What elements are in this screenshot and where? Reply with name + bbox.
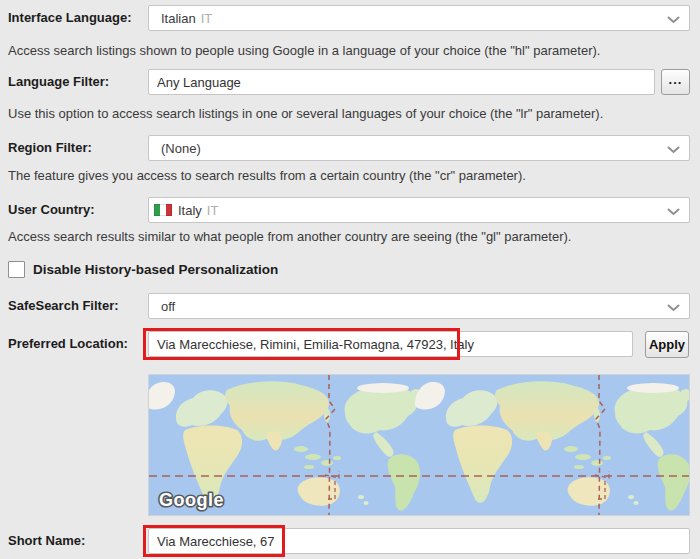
user-country-label: User Country: — [8, 197, 95, 223]
disable-personalization-checkbox[interactable] — [8, 261, 25, 278]
short-name-input[interactable] — [148, 528, 690, 554]
region-filter-value: (None) — [161, 141, 201, 156]
apply-button[interactable]: Apply — [645, 331, 689, 358]
user-country-select[interactable]: Italy IT — [148, 197, 690, 223]
chevron-down-icon — [667, 16, 680, 24]
safesearch-filter-label: SafeSearch Filter: — [8, 293, 119, 319]
safesearch-filter-select[interactable]: off — [148, 293, 690, 319]
map-preview: Google — [148, 374, 690, 516]
preferred-location-label: Preferred Location: — [8, 331, 128, 357]
user-country-value: Italy — [178, 203, 202, 218]
language-filter-help: Use this option to access search listing… — [8, 106, 694, 121]
interface-language-label: Interface Language: — [8, 5, 132, 31]
region-filter-label: Region Filter: — [8, 135, 92, 161]
chevron-down-icon — [667, 146, 680, 154]
safesearch-filter-value: off — [161, 299, 175, 314]
disable-personalization-label: Disable History-based Personalization — [33, 261, 278, 278]
language-filter-input[interactable] — [148, 69, 655, 95]
interface-language-select[interactable]: Italian IT — [148, 5, 690, 31]
interface-language-code: IT — [201, 11, 213, 26]
language-filter-label: Language Filter: — [8, 69, 109, 95]
region-filter-select[interactable]: (None) — [148, 135, 690, 161]
italy-flag-icon — [154, 204, 172, 216]
short-name-label: Short Name: — [8, 528, 85, 554]
region-filter-help: The feature gives you access to search r… — [8, 168, 694, 183]
chevron-down-icon — [667, 208, 680, 216]
user-country-help: Access search results similar to what pe… — [8, 229, 694, 244]
interface-language-value: Italian — [161, 11, 196, 26]
interface-language-help: Access search listings shown to people u… — [8, 43, 694, 58]
language-filter-browse-button[interactable]: ... — [661, 69, 690, 95]
google-logo: Google — [159, 490, 224, 510]
user-country-code: IT — [207, 203, 219, 218]
preferred-location-input[interactable] — [148, 331, 633, 357]
chevron-down-icon — [667, 304, 680, 312]
world-map-image: Google — [149, 375, 689, 515]
